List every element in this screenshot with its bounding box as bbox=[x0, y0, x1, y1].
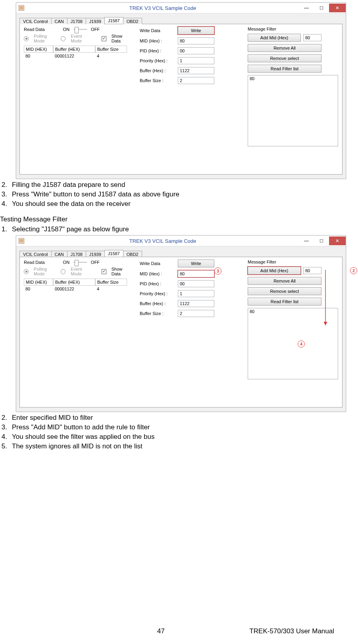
field-input[interactable] bbox=[178, 67, 214, 74]
field-input[interactable] bbox=[178, 270, 214, 277]
field-label: PID (Hex) : bbox=[140, 281, 175, 286]
polling-radio[interactable] bbox=[24, 269, 29, 274]
on-label: ON bbox=[63, 27, 70, 32]
minimize-button[interactable]: — bbox=[299, 4, 314, 12]
window-title: TREK V3 VCIL Sample Code bbox=[27, 238, 299, 244]
write-button[interactable]: Write bbox=[178, 260, 214, 267]
add-mid-input[interactable] bbox=[303, 34, 321, 41]
show-data-label: Show Data bbox=[112, 267, 131, 276]
field-input[interactable] bbox=[178, 300, 214, 307]
tab-j1587[interactable]: J1587 bbox=[104, 17, 123, 24]
tab-vcil-control[interactable]: VCIL Control bbox=[19, 251, 52, 257]
close-button[interactable]: ✕ bbox=[329, 236, 346, 245]
section-title: Testing Message Filter bbox=[0, 215, 355, 223]
read-filter-button[interactable]: Read Filter list bbox=[248, 298, 321, 306]
tab-obd2[interactable]: OBD2 bbox=[123, 18, 142, 24]
window-title: TREK V3 VCIL Sample Code bbox=[27, 5, 299, 11]
read-filter-button[interactable]: Read Filter list bbox=[248, 65, 321, 73]
maximize-button[interactable]: ☐ bbox=[314, 4, 329, 12]
show-data-checkbox[interactable]: ✓ bbox=[102, 36, 106, 41]
message-filter-label: Message Filter bbox=[248, 260, 276, 264]
col-size: Buffer Size bbox=[95, 279, 127, 286]
list-number: 3. bbox=[0, 190, 7, 199]
tab-j1939[interactable]: J1939 bbox=[86, 18, 105, 24]
document-title: TREK-570/303 User Manual bbox=[219, 627, 334, 635]
add-mid-button[interactable]: Add Mid (Hex) bbox=[248, 267, 301, 275]
tab-j1587[interactable]: J1587 bbox=[104, 250, 123, 257]
minimize-button[interactable]: — bbox=[299, 236, 314, 245]
event-radio[interactable] bbox=[61, 269, 65, 274]
remove-all-button[interactable]: Remove All bbox=[248, 44, 321, 52]
field-input[interactable] bbox=[178, 290, 214, 297]
field-label: Priority (Hex) : bbox=[140, 58, 175, 63]
field-input[interactable] bbox=[178, 37, 214, 44]
field-input[interactable] bbox=[178, 47, 214, 54]
polling-label: Polling Mode bbox=[34, 34, 57, 43]
field-label: Buffer Size : bbox=[140, 311, 175, 316]
col-mid: MID (HEX) bbox=[24, 46, 53, 53]
polling-radio[interactable] bbox=[24, 36, 29, 41]
page-footer: 47 TREK-570/303 User Manual bbox=[0, 627, 358, 635]
add-mid-input[interactable] bbox=[303, 267, 321, 274]
remove-all-button[interactable]: Remove All bbox=[248, 277, 321, 285]
field-input[interactable] bbox=[178, 280, 214, 287]
read-data-label: Read Data bbox=[24, 260, 45, 265]
maximize-button[interactable]: ☐ bbox=[314, 236, 329, 245]
read-data-label: Read Data bbox=[24, 27, 45, 32]
list-text: You should see the filter was applied on… bbox=[12, 433, 154, 441]
window-controls: — ☐ ✕ bbox=[299, 236, 346, 245]
list-text: The system ignores all MID is not on the… bbox=[12, 442, 142, 451]
app-icon bbox=[19, 238, 24, 244]
add-mid-button[interactable]: Add Mid (Hex) bbox=[248, 34, 301, 42]
list-number: 5. bbox=[0, 442, 7, 451]
write-data-panel: Write Data Write MID (Hex) :PID (Hex) :P… bbox=[140, 260, 239, 402]
col-size: Buffer Size bbox=[95, 46, 127, 53]
tab-can[interactable]: CAN bbox=[51, 251, 67, 257]
write-button[interactable]: Write bbox=[178, 27, 214, 35]
read-toggle[interactable] bbox=[73, 27, 87, 32]
window-2: TREK V3 VCIL Sample Code — ☐ ✕ VCIL Cont… bbox=[16, 235, 346, 412]
tab-j1708[interactable]: J1708 bbox=[67, 18, 86, 24]
show-data-checkbox[interactable]: ✓ bbox=[102, 269, 106, 274]
col-buffer: Buffer (HEX) bbox=[53, 46, 95, 53]
tab-j1708[interactable]: J1708 bbox=[67, 251, 86, 257]
event-radio[interactable] bbox=[61, 36, 65, 41]
filter-listbox[interactable]: 80 bbox=[248, 308, 338, 379]
tab-strip: VCIL ControlCANJ1708J1939J1587OBD2 bbox=[19, 16, 343, 24]
col-mid: MID (HEX) bbox=[24, 279, 53, 286]
callout-2: 2 bbox=[350, 267, 357, 274]
instruction-list-1: 2.Filling the J1587 data prepare to send… bbox=[0, 181, 355, 208]
callout-3: 3 bbox=[214, 267, 221, 275]
tab-strip: VCIL ControlCANJ1708J1939J1587OBD2 bbox=[19, 249, 343, 257]
message-filter-panel: Message Filter Add Mid (Hex) Remove All … bbox=[248, 260, 338, 402]
tab-j1939[interactable]: J1939 bbox=[86, 251, 105, 257]
remove-select-button[interactable]: Remove select bbox=[248, 54, 321, 62]
write-data-panel: Write Data Write MID (Hex) :PID (Hex) :P… bbox=[140, 27, 239, 169]
write-data-label: Write Data bbox=[140, 261, 175, 266]
tab-can[interactable]: CAN bbox=[51, 18, 67, 24]
table-row: 80 00001122 4 bbox=[24, 286, 131, 292]
list-text: Filling the J1587 data prepare to send bbox=[12, 181, 125, 189]
on-label: ON bbox=[63, 260, 70, 265]
polling-label: Polling Mode bbox=[34, 267, 57, 276]
message-filter-panel: Message Filter Add Mid (Hex) Remove All … bbox=[248, 27, 338, 169]
field-input[interactable] bbox=[178, 57, 214, 64]
event-label: Event Mode bbox=[71, 34, 92, 43]
remove-select-button[interactable]: Remove select bbox=[248, 287, 321, 295]
close-button[interactable]: ✕ bbox=[329, 4, 346, 12]
field-input[interactable] bbox=[178, 310, 214, 317]
filter-listbox[interactable]: 80 bbox=[248, 75, 338, 146]
window-1: TREK V3 VCIL Sample Code — ☐ ✕ VCIL Cont… bbox=[16, 2, 346, 179]
tab-vcil-control[interactable]: VCIL Control bbox=[19, 18, 52, 24]
titlebar: TREK V3 VCIL Sample Code — ☐ ✕ bbox=[16, 3, 346, 13]
list-number: 4. bbox=[0, 433, 7, 441]
tab-obd2[interactable]: OBD2 bbox=[123, 251, 142, 257]
read-toggle[interactable] bbox=[73, 260, 87, 265]
app-icon bbox=[19, 5, 24, 11]
list-text: Press "Write" button to send J1587 data … bbox=[12, 190, 179, 199]
read-data-grid: MID (HEX) Buffer (HEX) Buffer Size 80 00… bbox=[24, 46, 131, 59]
field-input[interactable] bbox=[178, 77, 214, 84]
tab-pane: Read Data ON OFF Polling Mode Event Mode bbox=[19, 24, 343, 175]
list-number: 4. bbox=[0, 200, 7, 208]
field-label: Priority (Hex) : bbox=[140, 291, 175, 296]
